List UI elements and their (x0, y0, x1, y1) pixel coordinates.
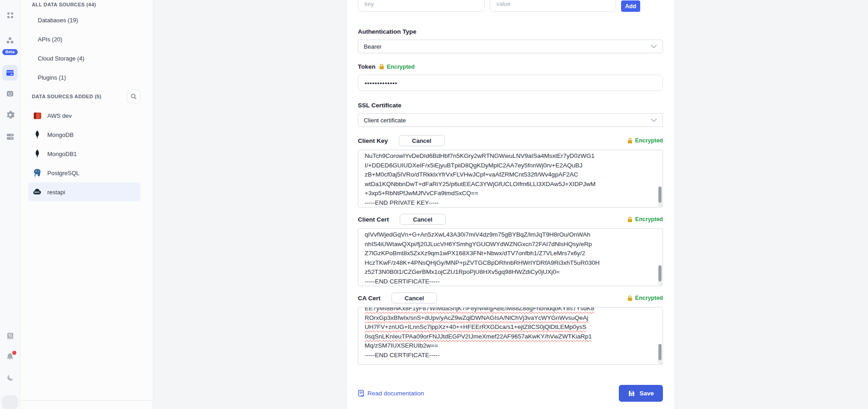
datasource-label: MongoDB1 (47, 151, 77, 157)
agents-icon[interactable] (2, 86, 18, 101)
token-label-row: Token Encrypted (358, 63, 663, 70)
encrypted-label: Encrypted (635, 216, 663, 222)
resize-grip[interactable] (657, 359, 662, 364)
ca-cert-text-spellflagged: EE7yMf8BNKx8F1yF87WfMdaShjK7fF8yNfMfjjAB… (365, 307, 656, 341)
client-cert-cancel-button[interactable]: Cancel (400, 214, 446, 225)
token-input[interactable] (358, 75, 663, 91)
svg-text:(REST): (REST) (35, 192, 40, 193)
magnifier-icon (130, 93, 137, 100)
ssl-certificate-label: SSL Certificate (358, 102, 663, 109)
user-avatar[interactable] (2, 395, 18, 409)
beta-badge: Beta (2, 49, 18, 55)
ca-cert-header: CA Cert Cancel Encrypted (358, 293, 663, 303)
settings-icon[interactable] (2, 107, 18, 122)
datasource-label: AWS dev (47, 112, 72, 119)
client-key-header: Client Key Cancel Encrypted (358, 135, 663, 146)
datasource-item-restapi[interactable]: (REST) restapi (28, 182, 140, 202)
datasource-item-mongodb1[interactable]: MongoDB1 (28, 144, 140, 163)
token-label: Token (358, 63, 376, 70)
search-datasources-button[interactable] (127, 90, 140, 103)
key-input[interactable] (358, 0, 485, 12)
ssl-certificate-select[interactable]: Client certificate (358, 113, 663, 127)
ca-cert-textarea[interactable]: EE7yMf8BNKx8F1yF87WfMdaShjK7fF8yNfMfjjAB… (358, 307, 663, 365)
encrypted-label: Encrypted (635, 137, 663, 144)
datasource-panel: ALL DATA SOURCES (44) Databases (19) API… (20, 0, 153, 409)
client-key-encrypted-badge: Encrypted (627, 137, 663, 144)
ssl-certificate-value: Client certificate (364, 117, 651, 124)
client-key-cancel-button[interactable]: Cancel (399, 135, 445, 146)
icon-rail: Beta (0, 0, 20, 409)
scrollbar-thumb[interactable] (658, 187, 662, 203)
chevron-down-icon (651, 45, 657, 49)
client-key-textarea[interactable]: NuTch9CorowIYvDeDId6BdHbf7n5KGry2wRTNGWw… (358, 150, 663, 207)
scrollbar-thumb[interactable] (658, 344, 662, 360)
added-sources-header: DATA SOURCES ADDED (5) (32, 94, 127, 99)
notifications-bell-icon[interactable] (2, 349, 18, 364)
client-cert-encrypted-badge: Encrypted (627, 216, 663, 222)
header-key-value-row: Add (358, 0, 640, 12)
datasource-item-aws-dev[interactable]: AWS dev (28, 106, 140, 125)
auth-type-label: Authentication Type (358, 28, 663, 35)
category-cloud-storage[interactable]: Cloud Storage (4) (20, 49, 153, 68)
lock-icon (627, 138, 633, 144)
postgresql-icon (33, 168, 42, 177)
category-apis[interactable]: APIs (20) (20, 30, 153, 49)
panel-divider (20, 400, 153, 401)
mongodb-icon (33, 130, 42, 139)
encrypted-label: Encrypted (387, 64, 415, 70)
save-button[interactable]: Save (619, 385, 663, 402)
ca-cert-text: Mq/zSM7IUXSERUIb2w== -----END CERTIFICAT… (365, 341, 656, 360)
value-input[interactable] (490, 0, 617, 12)
workflows-icon[interactable] (2, 33, 18, 48)
ca-cert-cancel-button[interactable]: Cancel (391, 293, 437, 303)
client-key-label: Client Key (358, 137, 388, 144)
environments-icon[interactable] (2, 129, 18, 144)
chevron-down-icon (651, 118, 657, 122)
read-documentation-label: Read documentation (367, 390, 424, 397)
category-plugins[interactable]: Plugins (1) (20, 68, 153, 87)
token-encrypted-badge: Encrypted (379, 64, 415, 70)
datasource-label: restapi (47, 189, 65, 196)
client-cert-label: Client Cert (358, 216, 389, 223)
client-cert-text: qIVvfWjedGqVn+G+An5zXwL43A30i7miV4dz9m75… (365, 230, 656, 286)
scrollbar-thumb[interactable] (658, 265, 662, 282)
apps-grid-icon[interactable] (2, 7, 18, 23)
datasource-label: PostgreSQL (47, 170, 80, 177)
form-footer: Read documentation Save (358, 385, 663, 402)
datasource-item-postgresql[interactable]: PostgreSQL (28, 163, 140, 182)
lock-icon (379, 64, 385, 70)
save-label: Save (639, 390, 654, 397)
resize-grip[interactable] (657, 281, 662, 285)
client-cert-header: Client Cert Cancel Encrypted (358, 214, 663, 225)
encrypted-label: Encrypted (635, 295, 663, 301)
add-button[interactable]: Add (621, 0, 640, 12)
datasource-item-mongodb[interactable]: MongoDB (28, 125, 140, 144)
main-area: Add Authentication Type Bearer Token Enc… (153, 0, 868, 409)
aws-icon (33, 111, 42, 120)
read-documentation-link[interactable]: Read documentation (358, 390, 424, 397)
resize-grip[interactable] (657, 202, 662, 207)
datasource-label: MongoDB (47, 131, 74, 138)
ca-cert-label: CA Cert (358, 295, 381, 302)
client-cert-textarea[interactable]: qIVvfWjedGqVn+G+An5zXwL43A30i7miV4dz9m75… (358, 228, 663, 286)
datasources-icon[interactable] (2, 65, 18, 81)
all-sources-header: ALL DATA SOURCES (44) (20, 0, 153, 10)
documentation-icon (358, 390, 365, 397)
ca-cert-encrypted-badge: Encrypted (627, 295, 663, 301)
client-key-text: NuTch9CorowIYvDeDId6BdHbf7n5KGry2wRTNGWw… (365, 151, 656, 207)
datasource-config-form: Add Authentication Type Bearer Token Enc… (347, 0, 674, 409)
lock-icon (627, 295, 633, 301)
save-floppy-icon (628, 390, 635, 397)
notification-dot (12, 351, 16, 355)
category-databases[interactable]: Databases (19) (20, 10, 153, 30)
mongodb-icon (33, 149, 42, 158)
auth-type-select[interactable]: Bearer (358, 40, 663, 53)
docs-search-icon[interactable] (2, 328, 18, 343)
restapi-icon: (REST) (33, 187, 42, 197)
dark-mode-moon-icon[interactable] (2, 370, 18, 385)
lock-icon (627, 217, 633, 222)
auth-type-value: Bearer (364, 43, 651, 50)
